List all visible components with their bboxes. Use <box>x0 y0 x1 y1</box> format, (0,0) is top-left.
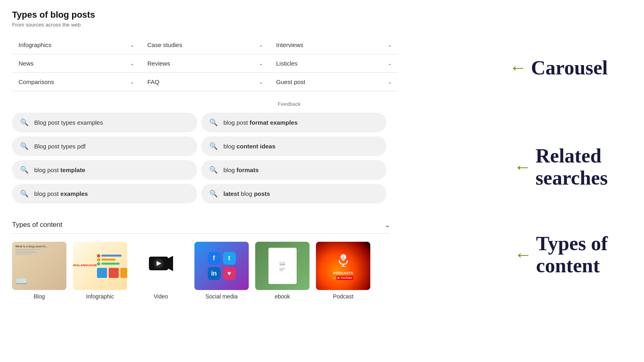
facebook-icon: f <box>208 252 221 265</box>
svg-rect-5 <box>342 256 345 261</box>
content-card-blog[interactable]: ⌨️ What is a blog used fo... Blog <box>12 242 66 300</box>
blog-card-label: Blog <box>33 293 45 300</box>
chevron-down-icon: ⌄ <box>259 79 263 85</box>
play-icon <box>147 249 175 282</box>
carousel-item-label: News <box>19 60 34 67</box>
search-item-1[interactable]: 🔍 Blog post types examples <box>12 113 197 132</box>
search-icon: 🔍 <box>20 142 29 150</box>
collapse-icon[interactable]: ⌄ <box>384 220 390 229</box>
chevron-down-icon: ⌄ <box>130 60 134 66</box>
social-card-label: Social media <box>205 293 237 300</box>
page-subtitle: From sources across the web <box>12 22 632 28</box>
search-icon: 🔍 <box>209 118 218 127</box>
podcast-card-image: PODCASTS on ▶ YouTube <box>316 242 370 290</box>
chevron-down-icon: ⌄ <box>130 79 134 85</box>
carousel-item-reviews[interactable]: Reviews ⌄ <box>141 54 270 73</box>
search-text: blog post format examples <box>223 119 297 126</box>
podcast-card-label: Podcast <box>333 293 353 300</box>
types-content-section: Types of content ⌄ ⌨️ What is a blog use… <box>12 216 632 300</box>
chevron-down-icon: ⌄ <box>388 60 392 66</box>
related-searches-annotation-label: Relatedsearches <box>535 145 608 189</box>
chevron-down-icon: ⌄ <box>130 42 134 48</box>
linkedin-icon: in <box>208 267 221 280</box>
podcast-icon <box>336 252 351 269</box>
carousel-item-comparisons[interactable]: Comparisons ⌄ <box>12 73 141 91</box>
carousel-item-interviews[interactable]: Interviews ⌄ <box>270 36 398 54</box>
infographic-card-image: PARALANGUAGE <box>73 242 127 290</box>
carousel-item-label: Case studies <box>147 41 182 48</box>
carousel-annotation: ← Carousel <box>509 56 608 79</box>
chevron-down-icon: ⌄ <box>259 42 263 48</box>
search-text: blog content ideas <box>223 143 275 150</box>
twitter-icon: t <box>223 252 236 265</box>
search-item-6[interactable]: 🔍 blog formats <box>201 160 386 180</box>
carousel-item-faq[interactable]: FAQ ⌄ <box>141 73 270 91</box>
content-card-video[interactable]: Video <box>134 242 188 300</box>
section-header: Types of content ⌄ <box>12 216 390 234</box>
content-card-ebook[interactable]: 📖 ebook <box>255 242 310 300</box>
related-searches-annotation: ← Relatedsearches <box>514 145 608 189</box>
search-icon: 🔍 <box>209 142 218 150</box>
search-text: Blog post types pdf <box>34 143 86 150</box>
carousel-item-case-studies[interactable]: Case studies ⌄ <box>141 36 270 54</box>
video-card-label: Video <box>154 293 168 300</box>
search-item-2[interactable]: 🔍 blog post format examples <box>201 113 386 132</box>
infographic-title: PARALANGUAGE <box>73 263 97 267</box>
search-item-4[interactable]: 🔍 blog content ideas <box>201 136 386 156</box>
carousel-item-news[interactable]: News ⌄ <box>12 54 141 73</box>
carousel-item-label: FAQ <box>147 78 159 85</box>
types-content-arrow-icon: ← <box>514 246 532 263</box>
carousel-item-label: Comparisons <box>19 78 54 85</box>
content-card-podcast[interactable]: PODCASTS on ▶ YouTube Podcast <box>316 242 370 300</box>
feedback-link[interactable]: Feedback <box>278 101 632 107</box>
related-searches-section: 🔍 Blog post types examples 🔍 blog post f… <box>12 113 632 204</box>
carousel-item-infographics[interactable]: Infographics ⌄ <box>12 36 141 54</box>
chevron-down-icon: ⌄ <box>388 42 392 48</box>
section-header-title: Types of content <box>12 221 62 229</box>
carousel-item-label: Infographics <box>19 41 52 48</box>
carousel-item-label: Guest post <box>276 78 305 85</box>
search-text: blog formats <box>223 167 259 173</box>
search-text: blog post examples <box>34 190 88 197</box>
carousel-arrow-icon: ← <box>509 59 527 76</box>
carousel-item-guest-post[interactable]: Guest post ⌄ <box>270 73 398 91</box>
social-card-image: f t in ♥ <box>194 242 249 290</box>
carousel-annotation-label: Carousel <box>531 56 608 79</box>
search-text: latest blog posts <box>223 190 270 197</box>
carousel-grid: Infographics ⌄ Case studies ⌄ Interviews… <box>12 36 415 91</box>
carousel-section: Infographics ⌄ Case studies ⌄ Interviews… <box>12 36 632 91</box>
ebook-card-image: 📖 <box>255 242 310 290</box>
video-card-image <box>134 242 188 290</box>
search-icon: 🔍 <box>20 118 29 127</box>
search-grid: 🔍 Blog post types examples 🔍 blog post f… <box>12 113 390 204</box>
ebook-card-label: ebook <box>275 293 290 300</box>
chevron-down-icon: ⌄ <box>388 79 392 85</box>
search-icon: 🔍 <box>20 166 29 174</box>
carousel-item-listicles[interactable]: Listicles ⌄ <box>270 54 398 73</box>
types-content-annotation-label: Types ofcontent <box>536 232 608 277</box>
page-title: Types of blog posts <box>12 10 632 20</box>
search-item-3[interactable]: 🔍 Blog post types pdf <box>12 136 197 156</box>
chevron-down-icon: ⌄ <box>259 60 263 66</box>
instagram-icon: ♥ <box>223 267 236 280</box>
blog-card-image: ⌨️ What is a blog used fo... <box>12 242 66 290</box>
types-content-annotation: ← Types ofcontent <box>514 232 608 277</box>
carousel-item-label: Listicles <box>276 60 297 67</box>
content-card-infographic[interactable]: PARALANGUAGE <box>73 242 127 300</box>
search-icon: 🔍 <box>20 189 29 198</box>
search-text: blog post template <box>34 167 85 173</box>
content-card-social-media[interactable]: f t in ♥ Social media <box>194 242 249 300</box>
ebook-device: 📖 <box>268 248 297 284</box>
carousel-item-label: Reviews <box>147 60 170 67</box>
search-item-8[interactable]: 🔍 latest blog posts <box>201 184 386 204</box>
search-icon: 🔍 <box>209 166 218 174</box>
search-icon: 🔍 <box>209 189 218 198</box>
search-text: Blog post types examples <box>34 119 103 126</box>
search-item-7[interactable]: 🔍 blog post examples <box>12 184 197 204</box>
carousel-item-label: Interviews <box>276 41 303 48</box>
search-item-5[interactable]: 🔍 blog post template <box>12 160 197 180</box>
infographic-card-label: Infographic <box>86 293 114 300</box>
related-searches-arrow-icon: ← <box>514 158 531 176</box>
